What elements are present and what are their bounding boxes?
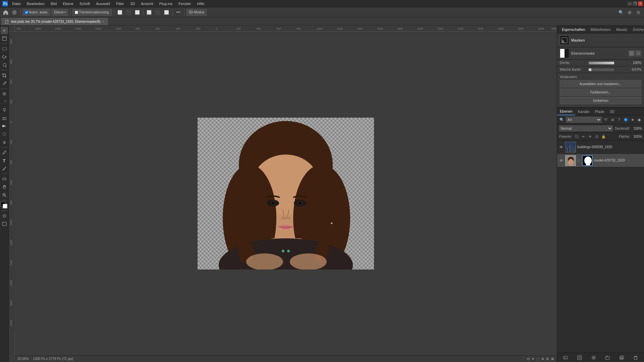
minimize-button[interactable]: — bbox=[627, 1, 632, 6]
gradient-tool[interactable] bbox=[1, 122, 8, 130]
ebenenmaske-btn-1[interactable] bbox=[629, 50, 635, 56]
align-bottom-icon[interactable]: ⬜ bbox=[163, 9, 170, 16]
path-selection-tool[interactable] bbox=[1, 165, 8, 172]
lock-paint-icon[interactable]: ✏ bbox=[581, 134, 586, 139]
layer-type-select[interactable]: Art bbox=[566, 117, 602, 123]
screen-mode-btn[interactable] bbox=[1, 220, 8, 228]
menu-plugins[interactable]: Plug-ins bbox=[156, 1, 175, 6]
search-icon-top[interactable]: 🔍 bbox=[617, 9, 625, 16]
add-mask-button[interactable] bbox=[576, 354, 583, 361]
document-tab[interactable]: test.psdc bei 20,7% (model-429733_1920, … bbox=[1, 18, 108, 25]
clone-stamp-tool[interactable] bbox=[1, 106, 8, 114]
layer-item[interactable]: 👁 bbox=[557, 154, 644, 167]
transform-controls-checkbox[interactable]: Transformationsstrg. bbox=[72, 9, 112, 16]
dichte-row: Dichte: 100% bbox=[557, 60, 644, 66]
arrange-windows-icon[interactable]: ⊟ bbox=[635, 9, 642, 16]
properties-tab[interactable]: Eigenschaften bbox=[559, 25, 588, 34]
menu-auswahl[interactable]: Auswahl bbox=[93, 1, 113, 6]
blend-mode-select[interactable]: Normal bbox=[559, 125, 613, 131]
zeichen-tab[interactable]: Zeichen bbox=[630, 25, 644, 34]
menu-bearbeiten[interactable]: Bearbeiten bbox=[24, 1, 47, 6]
layer-filter-icon-5[interactable]: ★ bbox=[630, 117, 635, 122]
fg-bg-color[interactable] bbox=[1, 202, 8, 209]
layer-filter-icon-1[interactable] bbox=[603, 117, 608, 122]
lasso-tool[interactable] bbox=[1, 53, 8, 61]
ruler-corner bbox=[9, 25, 15, 32]
pen-tool[interactable] bbox=[1, 149, 8, 156]
menu-ansicht[interactable]: Ansicht bbox=[138, 1, 156, 6]
auswahlen-maskieren-button[interactable]: Auswählen und maskieren... bbox=[560, 80, 641, 87]
brush-tool[interactable] bbox=[1, 98, 8, 106]
layer-filter-icon-4[interactable]: 🔷 bbox=[623, 117, 629, 122]
workspace-icon[interactable]: ⊞ bbox=[626, 9, 633, 16]
dichte-slider[interactable] bbox=[589, 62, 614, 64]
align-center-v-icon[interactable]: ⬛ bbox=[125, 9, 132, 16]
layer-2-visibility-toggle[interactable]: 👁 bbox=[558, 158, 564, 163]
tool-options-icon[interactable] bbox=[11, 9, 18, 16]
weiche-kante-slider[interactable] bbox=[589, 68, 614, 71]
auto-select-checkbox[interactable]: Auton. ausw. bbox=[22, 9, 50, 16]
artboard-tool[interactable] bbox=[1, 35, 8, 42]
maximize-button[interactable]: ❐ bbox=[633, 1, 637, 6]
layer-filter-icon-3[interactable]: T bbox=[616, 117, 622, 122]
menu-fenster[interactable]: Fenster bbox=[176, 1, 194, 6]
dodge-tool[interactable] bbox=[1, 138, 8, 146]
align-right-icon[interactable]: ⬜ bbox=[134, 9, 141, 16]
layer-1-visibility-toggle[interactable]: 👁 bbox=[558, 144, 564, 150]
eraser-tool[interactable] bbox=[1, 114, 8, 122]
layer-item[interactable]: 👁 buildings-936599_1920 bbox=[557, 140, 644, 154]
svg-text:200: 200 bbox=[10, 100, 13, 104]
bibliotheken-tab[interactable]: Bibliotheken bbox=[588, 25, 613, 34]
lock-all-icon[interactable]: 🔒 bbox=[601, 134, 606, 139]
hand-tool[interactable] bbox=[1, 183, 8, 191]
svg-point-81 bbox=[282, 250, 284, 252]
lock-position-icon[interactable]: ✛ bbox=[587, 134, 593, 139]
blur-tool[interactable] bbox=[1, 130, 8, 138]
delete-layer-button[interactable] bbox=[632, 354, 639, 361]
eyedropper-tool[interactable] bbox=[1, 80, 8, 87]
paths-tab[interactable]: Pfade bbox=[592, 108, 607, 115]
home-icon[interactable] bbox=[2, 9, 9, 16]
marquee-tool[interactable] bbox=[1, 45, 8, 53]
layers-tab[interactable]: Ebenen bbox=[557, 108, 575, 115]
absatz-tab[interactable]: Absatz bbox=[613, 25, 630, 34]
new-layer-button[interactable] bbox=[618, 354, 625, 361]
group-layers-button[interactable] bbox=[604, 354, 611, 361]
align-middle-h-icon[interactable]: ⬛ bbox=[154, 9, 162, 16]
crop-tool[interactable] bbox=[1, 72, 8, 79]
menu-bild[interactable]: Bild bbox=[48, 1, 59, 6]
farbbereich-button[interactable]: Farbbereich... bbox=[560, 88, 641, 96]
close-button[interactable]: ✕ bbox=[638, 1, 643, 6]
weiche-kante-slider-handle[interactable] bbox=[589, 68, 591, 71]
menu-schrift[interactable]: Schrift bbox=[77, 1, 93, 6]
lock-artboard-icon[interactable]: ⊡ bbox=[594, 134, 599, 139]
ebenenmaske-btn-2[interactable] bbox=[635, 50, 641, 56]
channels-tab[interactable]: Kanäle bbox=[575, 108, 592, 115]
layer-mode-select[interactable]: Ebene ▾ bbox=[52, 9, 68, 16]
dichte-slider-handle[interactable] bbox=[611, 62, 614, 64]
shape-tool[interactable] bbox=[1, 175, 8, 183]
align-left-icon[interactable]: ⬜ bbox=[116, 9, 124, 16]
more-options-icon[interactable]: ••• bbox=[175, 9, 182, 16]
menu-3d[interactable]: 3D bbox=[127, 1, 138, 6]
adjustment-layer-button[interactable] bbox=[590, 354, 597, 361]
healing-brush-tool[interactable] bbox=[1, 90, 8, 98]
layer-filter-icon-2[interactable]: ⊙ bbox=[610, 117, 615, 122]
menu-filter[interactable]: Filter bbox=[113, 1, 127, 6]
lock-transparency-icon[interactable]: ⬛ bbox=[574, 134, 579, 139]
menu-datei[interactable]: Datei bbox=[9, 1, 23, 6]
layer-fx-button[interactable]: fx bbox=[562, 354, 569, 361]
align-top-icon[interactable]: ⬜ bbox=[146, 9, 153, 16]
3d-mode-btn[interactable]: 3D-Modus bbox=[186, 9, 207, 16]
umkehren-button[interactable]: Umkehren bbox=[560, 97, 641, 104]
move-tool[interactable]: ✛ bbox=[1, 27, 8, 34]
3d-tab[interactable]: 3D bbox=[607, 108, 617, 115]
zoom-tool[interactable] bbox=[1, 191, 8, 199]
layer-filter-toggle[interactable]: ◉ bbox=[637, 117, 642, 122]
quick-selection-tool[interactable] bbox=[1, 61, 8, 69]
type-tool[interactable]: T bbox=[1, 157, 8, 164]
tab-close-button[interactable]: × bbox=[102, 20, 104, 23]
menu-hilfe[interactable]: Hilfe bbox=[194, 1, 207, 6]
quick-mask-btn[interactable] bbox=[1, 212, 8, 220]
menu-ebene[interactable]: Ebene bbox=[60, 1, 76, 6]
